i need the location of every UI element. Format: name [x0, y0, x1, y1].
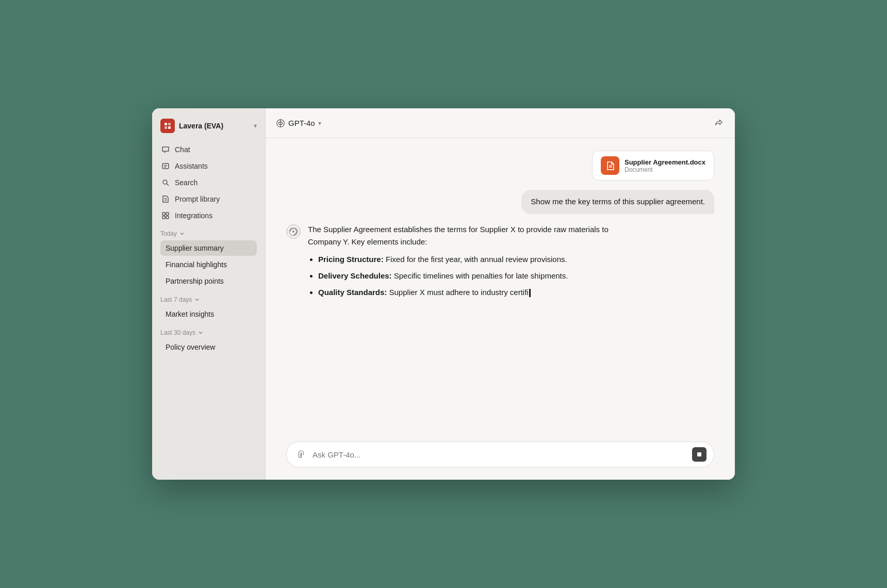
sidebar-item-assistants[interactable]: Assistants [156, 158, 261, 174]
svg-rect-11 [162, 213, 165, 215]
bullet-pricing-text: Fixed for the first year, with annual re… [384, 255, 567, 264]
assistant-intro: The Supplier Agreement establishes the t… [308, 223, 616, 248]
assistants-icon [161, 162, 170, 170]
last30-items: Policy overview [152, 339, 265, 355]
grid-icon [161, 211, 170, 220]
share-icon [713, 118, 722, 127]
model-selector[interactable]: GPT-4o ▾ [276, 119, 321, 128]
sidebar-item-prompt-library-label: Prompt library [175, 195, 220, 203]
openai-icon [286, 224, 301, 239]
assistant-message: The Supplier Agreement establishes the t… [286, 223, 616, 299]
last30-section-header: Last 30 days [160, 329, 257, 336]
bullet-quality-bold: Quality Standards: [318, 288, 387, 297]
today-label[interactable]: Today [160, 230, 257, 237]
attach-icon [296, 450, 305, 459]
sidebar-item-prompt-library[interactable]: Prompt library [156, 191, 261, 207]
app-header[interactable]: Lavera (EVA) ▾ [152, 117, 265, 141]
sidebar-item-integrations[interactable]: Integrations [156, 207, 261, 224]
model-chevron-icon: ▾ [318, 120, 321, 127]
bullet-pricing: Pricing Structure: Fixed for the first y… [318, 253, 616, 266]
history-item-financial-highlights[interactable]: Financial highlights [160, 257, 257, 272]
svg-rect-2 [165, 126, 167, 129]
app-logo [160, 119, 175, 133]
search-icon [161, 178, 170, 187]
today-section-header: Today [160, 230, 257, 237]
svg-rect-21 [697, 452, 701, 456]
chat-input[interactable] [313, 450, 687, 459]
bullet-delivery-text: Specific timelines with penalties for la… [392, 271, 568, 280]
sidebar-item-assistants-label: Assistants [175, 162, 208, 170]
svg-rect-0 [165, 123, 167, 125]
app-name: Lavera (EVA) [179, 122, 250, 130]
share-button[interactable] [711, 116, 725, 130]
svg-rect-1 [168, 123, 171, 125]
bullet-quality: Quality Standards: Supplier X must adher… [318, 286, 616, 299]
book-icon [161, 195, 170, 203]
today-items: Supplier summary Financial highlights Pa… [152, 240, 265, 289]
header-actions [711, 116, 725, 130]
sidebar-item-search[interactable]: Search [156, 174, 261, 191]
history-item-policy-overview[interactable]: Policy overview [160, 339, 257, 355]
file-type: Document [625, 166, 705, 173]
typing-cursor [529, 289, 531, 297]
attach-button[interactable] [294, 448, 307, 461]
last7-items: Market insights [152, 306, 265, 322]
chevron-down-icon: ▾ [254, 122, 257, 129]
model-name: GPT-4o [288, 119, 315, 127]
assistant-content: The Supplier Agreement establishes the t… [308, 223, 616, 299]
last30-chevron-icon [198, 330, 204, 336]
sidebar-item-chat[interactable]: Chat [156, 141, 261, 158]
last30-label[interactable]: Last 30 days [160, 329, 257, 336]
svg-point-20 [292, 231, 294, 233]
bullet-delivery: Delivery Schedules: Specific timelines w… [318, 270, 616, 282]
bullet-delivery-bold: Delivery Schedules: [318, 271, 392, 280]
nav-section: Chat Assistants Search [152, 141, 265, 224]
file-attachment: Supplier Agreement.docx Document [592, 151, 714, 181]
last7-label[interactable]: Last 7 days [160, 296, 257, 303]
sidebar-item-search-label: Search [175, 178, 198, 187]
chat-input-area [266, 433, 735, 480]
svg-rect-12 [166, 213, 169, 215]
bullet-quality-text: Supplier X must adhere to industry certi… [387, 288, 528, 297]
chat-messages: Supplier Agreement.docx Document Show me… [266, 138, 735, 433]
file-info: Supplier Agreement.docx Document [625, 158, 705, 173]
assistant-avatar [286, 224, 301, 239]
chat-icon [161, 145, 170, 154]
stop-icon [696, 451, 702, 458]
document-icon [605, 160, 615, 171]
sidebar: Lavera (EVA) ▾ Chat Assistants [152, 108, 266, 480]
gpt-icon [276, 119, 285, 128]
stop-button[interactable] [692, 447, 707, 462]
bullet-pricing-bold: Pricing Structure: [318, 255, 384, 264]
svg-line-8 [167, 184, 169, 186]
sidebar-item-chat-label: Chat [175, 145, 190, 154]
chat-input-container [286, 442, 714, 467]
today-chevron-icon [179, 231, 185, 237]
history-item-partnership-points[interactable]: Partnership points [160, 273, 257, 289]
svg-rect-13 [162, 216, 165, 219]
history-item-supplier-summary[interactable]: Supplier summary [160, 240, 257, 256]
svg-point-7 [163, 180, 167, 184]
sidebar-item-integrations-label: Integrations [175, 211, 212, 220]
last7-section-header: Last 7 days [160, 296, 257, 303]
history-item-market-insights[interactable]: Market insights [160, 306, 257, 322]
assistant-bullet-list: Pricing Structure: Fixed for the first y… [308, 253, 616, 299]
user-message: Show me the key terms of this supplier a… [521, 190, 714, 214]
main-chat-area: GPT-4o ▾ [266, 108, 735, 480]
file-icon [601, 156, 619, 175]
chat-header: GPT-4o ▾ [266, 108, 735, 138]
svg-rect-3 [168, 126, 171, 129]
last7-chevron-icon [194, 297, 200, 303]
svg-rect-14 [166, 216, 169, 219]
svg-rect-4 [162, 164, 169, 169]
file-name: Supplier Agreement.docx [625, 158, 705, 166]
